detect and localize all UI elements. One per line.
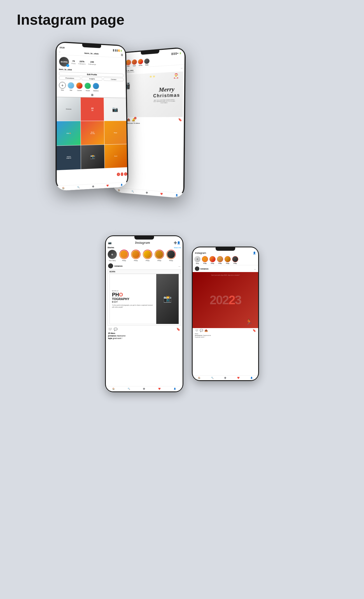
year-3: 3 bbox=[235, 293, 241, 307]
avatar-text: BORN bbox=[61, 60, 67, 63]
back-bottom-nav: 🏠 🔍 ➕ ❤️ 👤 bbox=[113, 187, 185, 197]
flat-left-bookmark[interactable]: 🔖 bbox=[176, 328, 180, 331]
story-jack[interactable]: Jack bbox=[126, 60, 131, 67]
flat-right-story-4[interactable]: Philip bbox=[225, 256, 231, 264]
flat-right-heart[interactable]: 🤍 bbox=[195, 329, 198, 332]
notification-badge: 4 bbox=[134, 117, 137, 119]
insights-btn[interactable]: Insights bbox=[81, 77, 102, 81]
post-2-content: 20 23 bbox=[81, 97, 104, 121]
flat-left-user-info: romanos bbox=[108, 263, 123, 268]
flat-left-camera[interactable]: 📷 bbox=[108, 241, 111, 244]
your-story-avatar-flat: B bbox=[108, 250, 117, 259]
stat-followers[interactable]: 237k Followers bbox=[78, 60, 86, 65]
contact-btn[interactable]: Contact bbox=[103, 78, 123, 82]
flat-right-topbar: Instagram 👤 bbox=[193, 251, 258, 255]
highlights-row: + New Bali Cannes Hawaii bbox=[57, 81, 126, 93]
post-cell-3[interactable]: 📷 bbox=[104, 98, 126, 121]
front-nav-home[interactable]: 🏠 bbox=[62, 187, 64, 189]
flat-left-nav-search[interactable]: 🔍 bbox=[128, 388, 130, 390]
back-bookmark-icon[interactable]: 🔖 bbox=[178, 118, 182, 122]
post-cell-2[interactable]: 20 23 bbox=[81, 97, 104, 121]
flat-right-story-0-name: Story bbox=[196, 263, 199, 264]
profile-stats: 75 Posts 237k Followers 240 Followings bbox=[71, 60, 96, 65]
header-back[interactable]: ← bbox=[59, 51, 61, 53]
grid-view-icon[interactable]: ⊞ bbox=[91, 93, 93, 96]
stories-title-text: Stories bbox=[108, 247, 114, 249]
flat-right-nav-add[interactable]: ➕ bbox=[224, 377, 227, 379]
front-nav-search[interactable]: 🔍 bbox=[77, 186, 80, 189]
flat-right-story-5[interactable]: Philip bbox=[232, 256, 238, 264]
flat-right-more[interactable]: ... bbox=[254, 268, 256, 270]
highlight-new-label: New bbox=[61, 89, 64, 91]
flat-left-more-icon[interactable]: ... bbox=[178, 265, 180, 267]
post-cell-8[interactable]: 📸 bbox=[81, 145, 104, 169]
flat-right-bookmark[interactable]: 🔖 bbox=[253, 329, 256, 332]
post-cell-4[interactable]: HOLI 🎨 bbox=[57, 121, 81, 146]
flat-right-story-3[interactable]: Philip bbox=[217, 256, 223, 264]
story-philip-1[interactable]: Philip bbox=[119, 250, 129, 261]
promotions-btn[interactable]: Promotions bbox=[59, 76, 81, 80]
flat-right-share[interactable]: 📤 bbox=[204, 329, 208, 332]
highlight-bali[interactable]: Bali bbox=[67, 82, 74, 91]
highlight-cannes[interactable]: Cannes bbox=[76, 82, 83, 91]
back-nav-add[interactable]: ➕ bbox=[146, 191, 148, 194]
story-teddy[interactable]: Teddy bbox=[144, 58, 150, 66]
highlight-new[interactable]: + New bbox=[59, 82, 66, 91]
post-7-content: PHOTOGRAPHY bbox=[57, 145, 81, 170]
story-philip-5[interactable]: Philip bbox=[166, 250, 176, 261]
flat-right-story-1-name: Philip bbox=[203, 263, 207, 264]
back-nav-heart[interactable]: ❤️ bbox=[160, 193, 163, 195]
flat-left-comment[interactable]: 💬 bbox=[114, 328, 118, 331]
flat-left-nav-add[interactable]: ➕ bbox=[143, 388, 145, 390]
flat-right-username: romanos bbox=[200, 268, 209, 270]
back-more-icon[interactable]: ··· bbox=[181, 67, 183, 69]
front-nav-profile[interactable]: 👤 bbox=[120, 184, 123, 186]
flat-right-nav-home[interactable]: 🏠 bbox=[198, 377, 200, 379]
post-cell-5[interactable]: WorldGeo Day bbox=[81, 121, 104, 145]
header-username: born_to_click bbox=[85, 52, 99, 55]
post-cell-7[interactable]: PHOTOGRAPHY bbox=[57, 145, 81, 170]
flat-right-nav-heart[interactable]: ❤️ bbox=[237, 377, 240, 379]
story-philip-2[interactable]: Philip bbox=[131, 250, 141, 261]
header-menu[interactable]: ☰ bbox=[121, 54, 123, 57]
post-cell-9[interactable]: Event bbox=[104, 144, 127, 168]
add-avatar-btn[interactable]: + bbox=[66, 64, 69, 67]
post-cell-6[interactable]: Happy bbox=[104, 121, 127, 145]
flat-right-story-2[interactable]: Philip bbox=[209, 256, 216, 264]
flat-left-nav-heart[interactable]: ❤️ bbox=[158, 388, 161, 390]
flat-left-nav-home[interactable]: 🏠 bbox=[112, 388, 115, 390]
highlight-hawaii-img bbox=[84, 82, 91, 89]
flat-right-nav-profile[interactable]: 👤 bbox=[250, 377, 253, 379]
flat-right-user-avatar bbox=[195, 266, 199, 271]
flat-left-nav-profile[interactable]: 👤 bbox=[174, 388, 176, 390]
post-9-content: Event bbox=[104, 144, 127, 168]
highlight-hawaii[interactable]: Hawaii bbox=[84, 82, 91, 91]
flat-right-person-icon[interactable]: 👤 bbox=[253, 252, 256, 254]
noah-avatar bbox=[132, 59, 137, 65]
flat-right-actions: 🤍 💬 📤 🔖 bbox=[193, 328, 258, 333]
back-nav-home[interactable]: 🏠 bbox=[118, 189, 120, 192]
flat-right-user-info: romanos bbox=[195, 266, 209, 271]
flat-right-action-icons: 🤍 💬 📤 bbox=[195, 329, 208, 332]
post-6-content: Happy bbox=[104, 121, 127, 145]
story-philip-3[interactable]: Philip bbox=[143, 250, 152, 261]
front-nav-heart[interactable]: ❤️ bbox=[106, 185, 109, 187]
front-nav-add[interactable]: ➕ bbox=[92, 185, 94, 188]
post-cell-1[interactable]: Christmas bbox=[57, 97, 80, 121]
flat-right-nav-search[interactable]: 🔍 bbox=[211, 377, 214, 379]
story-philip-4[interactable]: Philip bbox=[155, 250, 164, 261]
story-ameta[interactable]: Ameta bbox=[138, 59, 143, 66]
flat-left-heart[interactable]: 🤍 bbox=[108, 328, 112, 331]
flat-left-add[interactable]: ➕👤 bbox=[174, 241, 180, 244]
story-your-story[interactable]: B Your Story bbox=[108, 250, 117, 261]
highlight-maldives[interactable]: Maldives bbox=[93, 83, 99, 92]
back-nav-profile[interactable]: 👤 bbox=[175, 194, 178, 197]
flat-right-story-0[interactable]: B Story bbox=[194, 256, 200, 264]
flat-right-comment[interactable]: 💬 bbox=[200, 329, 203, 332]
story-noah[interactable]: Noah bbox=[132, 59, 137, 67]
back-nav-search[interactable]: 🔍 bbox=[131, 190, 134, 193]
stat-following[interactable]: 240 Followings bbox=[88, 61, 96, 65]
philip1-img bbox=[120, 250, 128, 259]
watch-all-link[interactable]: Watch All bbox=[174, 247, 181, 249]
flat-right-story-1[interactable]: Philip bbox=[202, 256, 208, 264]
